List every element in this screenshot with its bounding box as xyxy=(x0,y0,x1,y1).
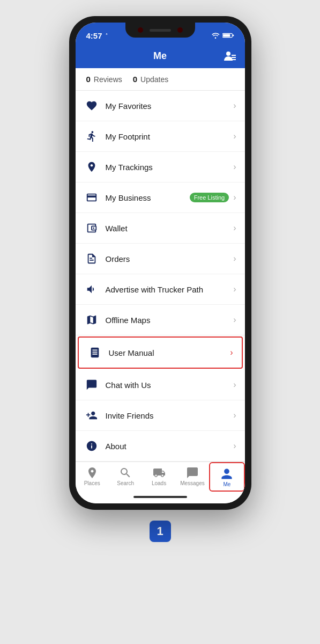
profile-list-icon[interactable] xyxy=(224,51,236,64)
advertise-chevron: › xyxy=(233,284,236,294)
footprint-icon xyxy=(84,129,99,144)
phone-frame: 4:57 Me xyxy=(69,16,251,510)
phone-screen: 4:57 Me xyxy=(76,23,245,503)
speaker xyxy=(150,29,171,32)
svg-rect-1 xyxy=(223,34,230,36)
nav-item-loads[interactable]: Loads xyxy=(142,462,175,492)
orders-chevron: › xyxy=(233,254,236,264)
menu-list: My Favorites › My Footprint › My T xyxy=(76,91,245,462)
chat-chevron: › xyxy=(233,380,236,390)
wifi-icon xyxy=(211,32,220,39)
wallet-chevron: › xyxy=(233,223,236,233)
advertise-label: Advertise with Trucker Path xyxy=(106,285,234,294)
user-manual-chevron: › xyxy=(230,348,233,357)
search-icon xyxy=(119,466,132,479)
reviews-label: Reviews xyxy=(94,75,122,84)
nav-item-messages[interactable]: Messages xyxy=(176,462,209,492)
search-nav-label: Search xyxy=(117,480,134,486)
business-chevron: › xyxy=(233,193,236,202)
camera-dot-left xyxy=(138,27,143,33)
map-icon xyxy=(84,312,99,327)
messages-icon xyxy=(186,466,199,479)
about-icon xyxy=(84,438,99,453)
menu-item-footprint[interactable]: My Footprint › xyxy=(76,121,245,152)
menu-item-invite[interactable]: Invite Friends › xyxy=(76,400,245,431)
trackings-label: My Trackings xyxy=(106,163,234,172)
updates-count: 0 xyxy=(133,75,137,84)
menu-item-offline-maps[interactable]: Offline Maps › xyxy=(76,305,245,335)
header-title: Me xyxy=(153,50,167,62)
svg-rect-2 xyxy=(233,35,234,36)
business-label: My Business xyxy=(106,193,190,202)
notch xyxy=(125,23,195,38)
invite-chevron: › xyxy=(233,411,236,420)
free-listing-badge: Free Listing xyxy=(190,193,229,202)
menu-item-orders[interactable]: Orders › xyxy=(76,244,245,274)
status-time: 4:57 xyxy=(86,31,109,40)
manual-icon xyxy=(87,345,102,360)
menu-item-user-manual[interactable]: User Manual › xyxy=(78,336,243,369)
header: Me xyxy=(76,46,245,68)
updates-stat: 0 Updates xyxy=(133,75,169,84)
menu-item-about[interactable]: About › xyxy=(76,431,245,462)
reviews-count: 0 xyxy=(86,75,91,84)
nav-item-places[interactable]: Places xyxy=(76,462,109,492)
home-indicator xyxy=(76,492,245,503)
about-label: About xyxy=(106,442,234,451)
wallet-icon xyxy=(84,221,99,236)
about-chevron: › xyxy=(233,441,236,451)
places-icon xyxy=(86,466,99,479)
places-nav-label: Places xyxy=(84,480,100,486)
status-icons xyxy=(211,32,234,39)
footprint-label: My Footprint xyxy=(106,132,234,141)
menu-item-business[interactable]: My Business Free Listing › xyxy=(76,182,245,213)
wallet-label: Wallet xyxy=(106,224,234,233)
messages-nav-label: Messages xyxy=(180,480,205,486)
battery-icon xyxy=(222,32,234,39)
menu-item-wallet[interactable]: Wallet › xyxy=(76,213,245,244)
svg-point-7 xyxy=(90,164,93,167)
business-icon xyxy=(84,190,99,205)
tracking-icon xyxy=(84,159,99,174)
chat-label: Chat with Us xyxy=(106,380,234,390)
advertise-icon xyxy=(84,282,99,297)
orders-label: Orders xyxy=(106,254,234,264)
svg-point-8 xyxy=(93,228,94,229)
me-icon xyxy=(220,467,233,480)
nav-item-search[interactable]: Search xyxy=(109,462,142,492)
favorites-chevron: › xyxy=(233,101,236,111)
footprint-chevron: › xyxy=(233,131,236,141)
heart-icon xyxy=(84,98,99,113)
trackings-chevron: › xyxy=(233,162,236,172)
invite-icon xyxy=(84,408,99,423)
offline-maps-label: Offline Maps xyxy=(106,316,234,325)
invite-label: Invite Friends xyxy=(106,411,234,420)
me-nav-label: Me xyxy=(223,481,230,487)
chat-icon xyxy=(84,377,99,392)
menu-item-favorites[interactable]: My Favorites › xyxy=(76,91,245,121)
bottom-nav: Places Search Loads xyxy=(76,462,245,492)
svg-point-3 xyxy=(226,52,230,56)
loads-nav-label: Loads xyxy=(152,480,166,486)
orders-icon xyxy=(84,251,99,266)
menu-item-chat[interactable]: Chat with Us › xyxy=(76,370,245,400)
updates-label: Updates xyxy=(140,75,168,84)
offline-maps-chevron: › xyxy=(233,315,236,325)
menu-item-advertise[interactable]: Advertise with Trucker Path › xyxy=(76,274,245,305)
user-manual-label: User Manual xyxy=(109,348,230,357)
menu-item-trackings[interactable]: My Trackings › xyxy=(76,152,245,182)
reviews-stat: 0 Reviews xyxy=(86,75,122,84)
page-number-badge: 1 xyxy=(150,521,171,542)
favorites-label: My Favorites xyxy=(106,101,234,111)
page-wrapper: 4:57 Me xyxy=(0,0,320,558)
home-bar xyxy=(133,496,187,498)
camera-dot-right xyxy=(177,27,183,33)
stats-row: 0 Reviews 0 Updates xyxy=(76,68,245,91)
nav-item-me[interactable]: Me xyxy=(209,462,244,492)
loads-icon xyxy=(153,466,166,479)
